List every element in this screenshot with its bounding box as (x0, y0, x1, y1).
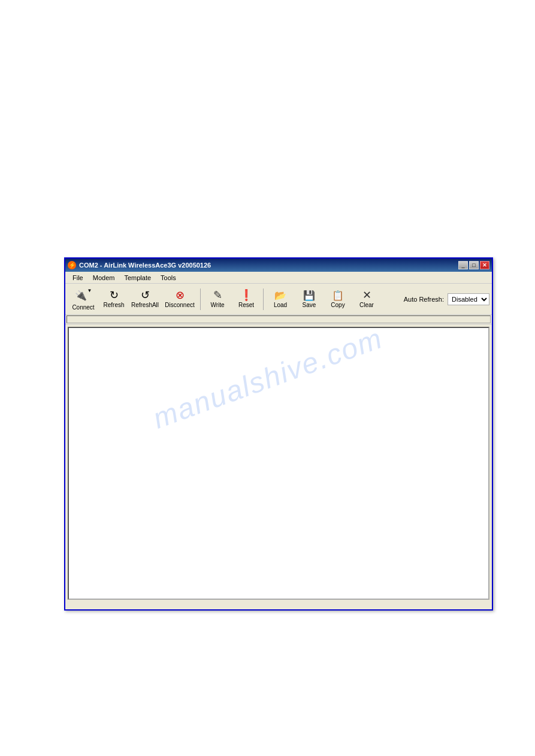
refresh-all-button[interactable]: RefreshAll (129, 286, 161, 313)
refresh-button[interactable]: Refresh (100, 286, 128, 313)
clear-button[interactable]: Clear (353, 286, 380, 313)
toolbar: ▼ Connect Refresh RefreshAll Disconnect … (65, 284, 492, 315)
disconnect-icon (176, 290, 185, 300)
reset-label: Reset (238, 302, 254, 308)
clear-label: Clear (359, 302, 374, 308)
title-bar: ⚡ COM2 - AirLink WirelessAce3G v20050126… (65, 259, 492, 272)
refresh-all-icon (141, 290, 150, 300)
toolbar-separator-1 (200, 289, 201, 310)
load-button[interactable]: Load (267, 286, 294, 313)
connect-icon (75, 290, 87, 300)
main-content-area (68, 327, 489, 600)
auto-refresh-label: Auto Refresh: (404, 296, 444, 303)
auto-refresh-area: Auto Refresh: Disabled 5 sec 10 sec 30 s… (404, 293, 489, 305)
write-button[interactable]: Write (204, 286, 231, 313)
disconnect-label: Disconnect (165, 302, 194, 308)
write-label: Write (210, 302, 224, 308)
progress-bar (67, 315, 491, 323)
connect-dropdown-arrow[interactable]: ▼ (87, 288, 92, 293)
toolbar-separator-2 (263, 289, 264, 310)
write-icon (213, 290, 222, 300)
auto-refresh-select[interactable]: Disabled 5 sec 10 sec 30 sec 1 min (448, 293, 489, 305)
copy-icon (332, 290, 344, 300)
progress-bar-area (65, 315, 492, 324)
connect-label: Connect (72, 304, 94, 311)
close-button[interactable]: ✕ (480, 261, 489, 269)
copy-button[interactable]: Copy (324, 286, 352, 313)
restore-button[interactable]: □ (469, 261, 479, 269)
copy-label: Copy (331, 302, 344, 308)
reset-icon (240, 290, 253, 300)
connect-button[interactable]: ▼ Connect (68, 286, 99, 313)
menu-modem[interactable]: Modem (88, 273, 120, 283)
window-title: COM2 - AirLink WirelessAce3G v20050126 (79, 262, 211, 269)
menu-template[interactable]: Template (119, 273, 156, 283)
refresh-icon (110, 290, 119, 300)
reset-button[interactable]: Reset (232, 286, 260, 313)
refresh-all-label: RefreshAll (131, 302, 159, 308)
menu-tools[interactable]: Tools (156, 273, 181, 283)
save-icon (303, 290, 315, 300)
disconnect-button[interactable]: Disconnect (162, 286, 197, 313)
clear-icon (362, 290, 371, 300)
refresh-label: Refresh (103, 302, 124, 308)
title-bar-left: ⚡ COM2 - AirLink WirelessAce3G v20050126 (68, 261, 211, 269)
menu-bar: File Modem Template Tools (65, 272, 492, 284)
minimize-button[interactable]: _ (458, 261, 468, 269)
app-icon: ⚡ (68, 261, 76, 269)
load-icon (274, 290, 286, 300)
application-window: ⚡ COM2 - AirLink WirelessAce3G v20050126… (64, 257, 493, 611)
menu-file[interactable]: File (68, 273, 88, 283)
load-label: Load (274, 302, 287, 308)
save-label: Save (303, 302, 316, 308)
save-button[interactable]: Save (295, 286, 323, 313)
title-bar-buttons: _ □ ✕ (458, 261, 489, 269)
